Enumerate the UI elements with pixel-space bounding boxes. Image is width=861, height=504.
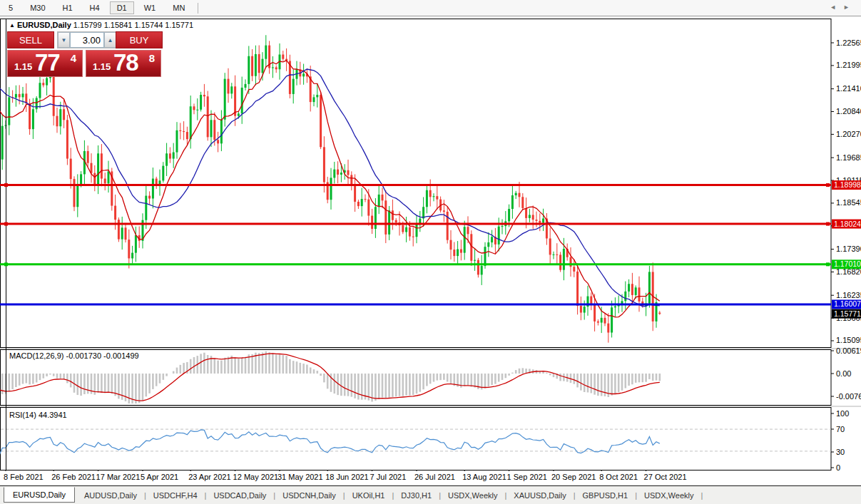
date-axis-label: 27 Oct 2021 (644, 473, 687, 481)
date-axis-label: 17 Mar 2021 (96, 473, 141, 481)
price-axis-label: 1.15095 (836, 336, 861, 344)
date-axis-label: 8 Feb 2021 (4, 473, 44, 481)
chart-tab-bar: EURUSD,DailyAUDUSD,Daily|USDCHF,H4|USDCA… (0, 485, 861, 504)
date-axis-label: 12 May 2021 (233, 473, 279, 481)
sell-price-box[interactable]: 1.15 77 4 (7, 50, 83, 77)
buy-price-prefix: 1.15 (93, 61, 111, 72)
toolbar-separator (198, 3, 198, 14)
chart-tab-USDX-Weekly[interactable]: USDX,Weekly (638, 488, 700, 503)
chart-tab-GBPUSD-H1[interactable]: GBPUSD,H1 (576, 488, 635, 503)
line-handle[interactable] (826, 183, 830, 187)
macd-label: MACD(12,26,9) -0.001730 -0.001499 (9, 351, 139, 360)
one-click-trading-panel: SELL ▼ ▲ BUY 1.15 77 4 1.15 78 8 (7, 31, 163, 77)
rsi-pane[interactable] (1, 408, 832, 470)
line-handle[interactable] (826, 262, 830, 266)
tab-scroll-right-icon[interactable]: ► (843, 4, 857, 11)
date-axis-label: 31 May 2021 (277, 473, 323, 481)
rsi-label: RSI(14) 44.3941 (9, 411, 67, 419)
date-axis-label: 23 Apr 2021 (188, 473, 230, 481)
timeframe-button-M30[interactable]: M30 (23, 1, 52, 14)
price-axis-label: 1.20270 (836, 130, 861, 138)
date-axis-label: 1 Sep 2021 (507, 473, 547, 481)
rsi-axis-label: 0 (836, 463, 840, 472)
mt4-terminal: 1.225651.219951.214101.208401.202701.196… (0, 0, 861, 504)
rsi-axis-label: 30 (836, 448, 845, 456)
sell-price-pip: 4 (71, 52, 76, 64)
timeframe-toolbar: 5M30H1H4D1W1MN (0, 0, 861, 16)
price-axis-label: 1.18545 (836, 198, 861, 207)
chart-tab-USDCAD-Daily[interactable]: USDCAD,Daily (207, 488, 272, 503)
line-handle[interactable] (4, 183, 8, 187)
price-tag-text: 1.18024 (834, 220, 861, 228)
price-axis-label: 1.20840 (836, 107, 861, 115)
buy-price-main: 78 (113, 49, 138, 76)
chart-tab-USDX-Weekly[interactable]: USDX,Weekly (442, 488, 504, 503)
time-axis[interactable]: 8 Feb 202126 Feb 202117 Mar 20215 Apr 20… (0, 471, 861, 485)
chart-tab-XAUUSD-Daily[interactable]: XAUUSD,Daily (507, 488, 572, 503)
volume-input[interactable] (70, 32, 104, 48)
buy-price-box[interactable]: 1.15 78 8 (86, 50, 161, 77)
price-axis-label: 1.21995 (836, 61, 861, 69)
line-handle[interactable] (826, 222, 830, 226)
date-axis-label: 8 Oct 2021 (599, 473, 638, 481)
timeframe-button-W1[interactable]: W1 (137, 1, 163, 14)
macd-axis-label: 0.006193 (836, 346, 861, 355)
price-axis-label: 1.17390 (836, 245, 861, 253)
buy-button[interactable]: BUY (116, 31, 163, 48)
price-axis-label: 1.19685 (836, 153, 861, 162)
chart-tab-AUDUSD-Daily[interactable]: AUDUSD,Daily (78, 488, 143, 503)
timeframe-button-H4[interactable]: H4 (83, 1, 107, 14)
timeframe-button-5[interactable]: 5 (1, 1, 20, 14)
date-axis-label: 5 Apr 2021 (141, 473, 178, 481)
date-axis-label: 26 Feb 2021 (51, 473, 96, 481)
chart-tab-USDCNH-Daily[interactable]: USDCNH,Daily (276, 488, 342, 503)
macd-axis-label: -0.007621 (836, 392, 861, 401)
chart-title: ▲ EURUSD,Daily 1.15799 1.15841 1.15744 1… (9, 21, 193, 29)
timeframe-button-MN[interactable]: MN (165, 1, 192, 14)
symbol-name: EURUSD,Daily (17, 21, 71, 29)
volume-control: ▼ ▲ (57, 31, 117, 48)
price-tag-text: 1.17010 (834, 259, 861, 268)
timeframe-button-H1[interactable]: H1 (56, 1, 80, 14)
sell-button[interactable]: SELL (7, 31, 54, 48)
macd-axis-label: 0.00 (836, 369, 851, 378)
sell-price-prefix: 1.15 (14, 61, 32, 72)
rsi-axis-label: 70 (836, 425, 845, 433)
chart-tab-USDCHF-H4[interactable]: USDCHF,H4 (147, 488, 204, 503)
rsi-axis-label: 100 (836, 409, 849, 418)
collapse-icon[interactable]: ▲ (9, 22, 15, 29)
tab-separator: | (700, 491, 703, 500)
date-axis-label: 7 Jul 2021 (370, 473, 407, 481)
timeframe-button-D1[interactable]: D1 (110, 1, 134, 14)
chart-tab-EURUSD-Daily[interactable]: EURUSD,Daily (4, 487, 75, 503)
price-tag-text: 1.18998 (834, 180, 861, 189)
price-tag-text: 1.16007 (834, 299, 861, 308)
line-handle[interactable] (4, 222, 8, 226)
price-tag-text: 1.15771 (834, 309, 861, 318)
date-axis-label: 26 Jul 2021 (414, 473, 455, 481)
pane-splitter[interactable] (0, 348, 861, 349)
chart-tab-DJ30-H1[interactable]: DJ30,H1 (394, 488, 438, 503)
tab-scroll-left-icon[interactable]: ◄ (830, 4, 843, 11)
line-handle[interactable] (4, 262, 8, 266)
date-axis-label: 20 Sep 2021 (551, 473, 596, 481)
volume-down-icon[interactable]: ▼ (58, 32, 70, 48)
price-axis-label: 1.22565 (836, 38, 861, 47)
tab-scroll-arrows: ◄► (830, 4, 857, 11)
date-axis-label: 13 Aug 2021 (462, 473, 506, 481)
price-axis-label: 1.16235 (836, 291, 861, 299)
volume-up-icon[interactable]: ▲ (104, 32, 116, 48)
price-axis-label: 1.21410 (836, 84, 861, 93)
date-axis-label: 18 Jun 2021 (325, 473, 369, 481)
pane-splitter[interactable] (0, 406, 861, 407)
ohlc-values: 1.15799 1.15841 1.15744 1.15771 (73, 21, 193, 29)
sell-price-main: 77 (35, 49, 60, 76)
chart-tab-UKOil-H1[interactable]: UKOil,H1 (346, 488, 392, 503)
buy-price-pip: 8 (149, 52, 155, 64)
